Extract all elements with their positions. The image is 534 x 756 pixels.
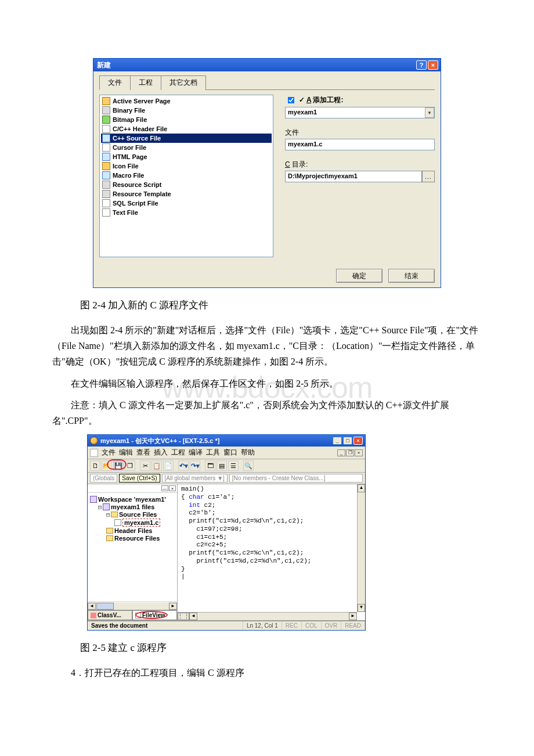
open-icon[interactable]: 📂 — [102, 460, 112, 471]
list-item[interactable]: Icon File — [101, 161, 272, 171]
scroll-thumb[interactable] — [96, 603, 114, 610]
minimize-button[interactable]: _ — [333, 437, 342, 445]
scroll-left-icon[interactable]: ◄ — [189, 613, 197, 620]
chevron-down-icon[interactable]: ▼ — [425, 107, 434, 118]
members-combo[interactable]: [All global members ▼] — [162, 474, 228, 483]
classview-tab[interactable]: ClassV... — [88, 610, 132, 620]
new-icon[interactable]: 🗋 — [90, 460, 100, 471]
mdi-minimize-button[interactable]: _ — [337, 449, 345, 456]
binary-icon — [102, 106, 110, 114]
filename-input[interactable]: myexam1.c — [285, 139, 435, 150]
menu-help[interactable]: 帮助 — [241, 448, 255, 458]
list-item[interactable]: SQL Script File — [101, 199, 272, 208]
add-to-project-checkbox[interactable]: ✓ A A 添加工程:添加工程: — [285, 95, 435, 106]
code-area[interactable]: main() { char c1='a'; int c2; c2='b'; pr… — [178, 484, 365, 620]
menu-window[interactable]: 窗口 — [223, 448, 237, 458]
tab-file[interactable]: 文件 — [99, 75, 131, 90]
close-button[interactable]: × — [428, 60, 438, 70]
list-item-selected[interactable]: C++ Source File — [101, 134, 272, 143]
menu-tools[interactable]: 工具 — [206, 448, 220, 458]
redo-icon[interactable]: ↷▾ — [190, 460, 200, 471]
mdi-restore-button[interactable]: ❐ — [346, 449, 354, 456]
close-button[interactable]: × — [353, 437, 363, 445]
panel-close-icon[interactable]: × — [169, 485, 176, 491]
menu-bar: 文件 编辑 查看 插入 工程 编译 工具 窗口 帮助 _ ❐ × — [88, 447, 365, 459]
copy-icon[interactable]: 📋 — [151, 460, 162, 471]
save-all-icon[interactable]: ❐ — [125, 460, 135, 471]
scroll-right-icon[interactable]: ► — [349, 613, 357, 620]
menu-view[interactable]: 查看 — [136, 448, 150, 458]
status-rec: REC — [282, 621, 302, 630]
menu-insert[interactable]: 插入 — [154, 448, 168, 458]
folder-resource[interactable]: Resource Files — [90, 535, 175, 542]
find-icon[interactable]: 🔍 — [243, 460, 254, 471]
cut-icon[interactable]: ✂ — [140, 460, 150, 471]
list-item[interactable]: Resource Template — [101, 189, 272, 199]
add-to-project-check[interactable] — [288, 97, 295, 104]
vertical-scrollbar[interactable]: ▲ ▼ — [357, 484, 365, 612]
list-item[interactable]: C/C++ Header File — [101, 124, 272, 134]
list-item[interactable]: Cursor File — [101, 143, 272, 152]
file-type-list[interactable]: Active Server Page Binary File Bitmap Fi… — [99, 95, 273, 257]
tab-project[interactable]: 工程 — [130, 75, 161, 90]
window-list-icon[interactable]: ☰ — [228, 460, 239, 471]
project-node[interactable]: ⊟ myexam1 files — [90, 503, 175, 510]
globals-combo[interactable]: (Globals — [90, 474, 117, 483]
list-item[interactable]: HTML Page — [101, 152, 272, 161]
directory-input[interactable]: D:\Myproject\myexam1 — [285, 171, 422, 182]
status-message: Saves the document — [88, 621, 243, 630]
undo-icon[interactable]: ↶▾ — [178, 460, 189, 471]
panel-dock-icon[interactable]: — — [161, 485, 168, 491]
scroll-right-icon[interactable]: ► — [169, 603, 177, 610]
horizontal-scrollbar[interactable]: ⋮⋮ ◄ ► — [178, 612, 357, 620]
list-item[interactable]: Binary File — [101, 106, 272, 115]
code-editor[interactable]: main() { char c1='a'; int c2; c2='b'; pr… — [178, 484, 365, 620]
save-icon[interactable]: 💾 — [113, 460, 124, 471]
output-icon[interactable]: ▤ — [217, 460, 227, 471]
dialog-titlebar[interactable]: 新建 ? × — [93, 59, 441, 71]
list-item[interactable]: Bitmap File — [101, 115, 272, 124]
scroll-down-icon[interactable]: ▼ — [358, 604, 365, 612]
cancel-button[interactable]: 结束 — [388, 269, 435, 283]
cpp-icon — [102, 134, 110, 142]
list-item[interactable]: Resource Script — [101, 180, 272, 189]
browse-button[interactable]: ... — [422, 171, 435, 182]
list-item[interactable]: Text File — [101, 208, 272, 217]
scroll-left-icon[interactable]: ◄ — [88, 603, 96, 610]
save-tooltip: Save (Ctrl+S) — [119, 474, 160, 483]
maximize-button[interactable]: □ — [343, 437, 352, 445]
file-node-selected[interactable]: myexam1.c — [90, 519, 175, 527]
workspace-icon[interactable]: 🗔 — [205, 460, 215, 471]
horizontal-scrollbar[interactable]: ◄ ► — [88, 602, 177, 610]
dialog-tabs: 文件 工程 其它文档 — [99, 75, 435, 90]
paste-icon[interactable]: 📄 — [163, 460, 174, 471]
project-combo[interactable]: myexam1 — [285, 107, 435, 118]
menu-project[interactable]: 工程 — [171, 448, 185, 458]
ide-titlebar[interactable]: myexam1 - 创天中文VC++ - [EXT-2.5.c *] _ □ × — [88, 435, 365, 447]
fileview-tab[interactable]: FileView — [132, 610, 177, 620]
figure-caption-2-4: 图 2-4 加入新的 C 源程序文件 — [80, 298, 482, 312]
resource-icon — [102, 181, 110, 189]
workspace-tree[interactable]: Workspace 'myexam1' ⊟ myexam1 files ⊟ So… — [88, 493, 177, 602]
list-item[interactable]: Active Server Page — [101, 96, 272, 106]
workspace-node[interactable]: Workspace 'myexam1' — [90, 496, 175, 503]
status-position: Ln 12, Col 1 — [243, 621, 282, 630]
mdi-close-button[interactable]: × — [355, 449, 363, 456]
menu-edit[interactable]: 编辑 — [119, 448, 133, 458]
sql-icon — [102, 199, 110, 207]
menu-compile[interactable]: 编译 — [189, 448, 203, 458]
folder-header[interactable]: Header Files — [90, 527, 175, 534]
folder-icon — [106, 535, 113, 541]
folder-icon — [106, 528, 113, 534]
splitter-icon[interactable]: ⋮⋮ — [178, 613, 189, 620]
asp-icon — [102, 97, 110, 105]
paragraph: 4．打开已存在的工程项目，编辑 C 源程序 — [52, 665, 482, 681]
class-combo[interactable]: [No members - Create New Class...] — [229, 474, 363, 483]
ok-button[interactable]: 确定 — [336, 269, 383, 283]
menu-file[interactable]: 文件 — [102, 448, 116, 458]
list-item[interactable]: Macro File — [101, 171, 272, 180]
help-button[interactable]: ? — [416, 60, 427, 70]
scroll-up-icon[interactable]: ▲ — [358, 484, 365, 492]
folder-source[interactable]: ⊟ Source Files — [90, 511, 175, 518]
tab-other[interactable]: 其它文档 — [161, 75, 206, 90]
